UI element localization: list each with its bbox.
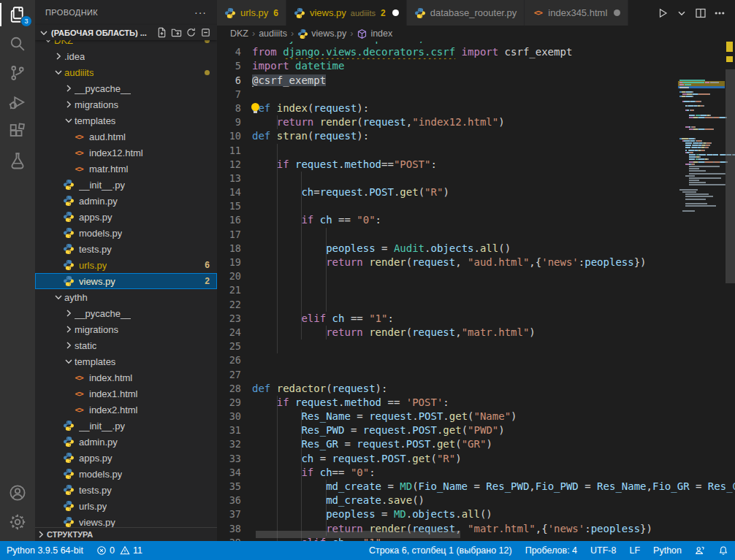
tree-item-index12.html[interactable]: <>index12.html	[35, 145, 217, 161]
tree-item-views.py[interactable]: views.py2	[35, 273, 217, 289]
tree-item-index.html[interactable]: <>index.html	[35, 369, 217, 386]
tree-item-views.py[interactable]: views.py	[35, 514, 217, 527]
code-line-6[interactable]: 6@csrf_exempt	[217, 74, 735, 88]
lightbulb-icon[interactable]	[251, 103, 260, 112]
tree-item-migrations[interactable]: migrations	[35, 96, 217, 112]
tree-item-index2.html[interactable]: <>index2.html	[35, 402, 217, 418]
code-line-14[interactable]: 14 ch=request.POST.get("R")	[217, 185, 735, 199]
refresh-icon[interactable]	[183, 26, 198, 39]
code-line-29[interactable]: 29 if request.method == 'POST':	[217, 396, 735, 410]
code-line-28[interactable]: 28def redactor(request):	[217, 382, 735, 396]
code-line-32[interactable]: 32 Res_GR = request.POST.get("GR")	[217, 437, 735, 451]
code-line-9[interactable]: 9 return render(request,"index12.html")	[217, 115, 735, 129]
activity-source-control-icon[interactable]	[0, 58, 35, 88]
code-line-36[interactable]: 36 md_create.save()	[217, 494, 735, 507]
workspace-section-header[interactable]: (РАБОЧАЯ ОБЛАСТЬ) ...	[35, 25, 217, 40]
tree-item-tests.py[interactable]: tests.py	[35, 482, 217, 498]
horizontal-scrollbar[interactable]	[256, 531, 460, 538]
run-icon[interactable]	[653, 4, 672, 23]
tree-item-__pycache__[interactable]: __pycache__	[35, 305, 217, 321]
tree-item-static[interactable]: static	[35, 337, 217, 353]
new-folder-icon[interactable]	[169, 26, 183, 39]
feedback-icon[interactable]	[688, 541, 712, 560]
code-line-27[interactable]: 27	[217, 368, 735, 382]
tree-item-aythh[interactable]: aythh	[35, 289, 217, 305]
activity-testing-icon[interactable]	[0, 146, 35, 175]
code-editor[interactable]: 3from aythh.models import MD,Audit4from …	[217, 42, 735, 541]
vertical-scrollbar[interactable]	[726, 69, 735, 283]
tree-item-index1.html[interactable]: <>index1.html	[35, 386, 217, 402]
cursor-position[interactable]: Строка 6, столбец 1 (выбрано 12)	[362, 541, 519, 560]
code-line-31[interactable]: 31 Res_PWD = request.POST.get("PWD")	[217, 423, 735, 437]
split-editor-icon[interactable]	[691, 4, 710, 23]
tab-urls.py[interactable]: urls.py6	[217, 0, 286, 26]
sidebar-more-icon[interactable]: ···	[194, 7, 207, 18]
tree-item-__init__.py[interactable]: __init__.py	[35, 418, 217, 434]
code-line-26[interactable]: 26	[217, 353, 735, 367]
dirty-dot-icon[interactable]	[392, 9, 399, 16]
tree-item-templates[interactable]: templates	[35, 353, 217, 369]
code-line-25[interactable]: 25	[217, 340, 735, 353]
tree-item-DKZ[interactable]: DKZ	[35, 40, 217, 48]
eol-setting[interactable]: LF	[622, 541, 647, 560]
activity-account-icon[interactable]	[0, 478, 35, 507]
tree-item-__pycache__[interactable]: __pycache__	[35, 80, 217, 96]
problems-indicator[interactable]: 011	[90, 541, 149, 560]
code-line-20[interactable]: 20	[217, 269, 735, 283]
code-line-23[interactable]: 23 elif ch == "1":	[217, 312, 735, 326]
tree-item-templates[interactable]: templates	[35, 112, 217, 129]
tab-index345.html[interactable]: <>index345.html	[525, 0, 628, 26]
breadcrumb-DKZ[interactable]: DKZ	[230, 28, 248, 39]
breadcrumb-views.py[interactable]: views.py	[297, 28, 346, 39]
tree-item-urls.py[interactable]: urls.py	[35, 498, 217, 514]
tree-item-apps.py[interactable]: apps.py	[35, 450, 217, 466]
activity-settings-gear-icon[interactable]	[0, 507, 35, 537]
bell-icon[interactable]	[712, 541, 735, 560]
indentation-setting[interactable]: Пробелов: 4	[519, 541, 584, 560]
code-line-8[interactable]: 8def index(request):	[217, 101, 735, 115]
tree-item-models.py[interactable]: models.py	[35, 466, 217, 482]
code-line-13[interactable]: 13	[217, 172, 735, 185]
tree-item-admin.py[interactable]: admin.py	[35, 434, 217, 450]
code-line-34[interactable]: 34 if ch== "0":	[217, 466, 735, 480]
code-line-5[interactable]: 5import datetime	[217, 59, 735, 73]
code-line-37[interactable]: 37 peopless = MD.objects.all()	[217, 507, 735, 521]
minimap[interactable]	[679, 80, 725, 342]
tree-item-urls.py[interactable]: urls.py6	[35, 257, 217, 273]
code-line-21[interactable]: 21	[217, 283, 735, 297]
tab-views.py[interactable]: views.pyaudiiits2	[286, 0, 407, 26]
code-line-24[interactable]: 24 return render(request,"matr.html")	[217, 326, 735, 340]
dirty-dot-icon[interactable]	[614, 9, 620, 16]
encoding-setting[interactable]: UTF-8	[584, 541, 622, 560]
tree-item-tests.py[interactable]: tests.py	[35, 241, 217, 257]
language-mode[interactable]: Python	[647, 541, 688, 560]
code-line-7[interactable]: 7	[217, 88, 735, 101]
code-line-17[interactable]: 17	[217, 228, 735, 242]
code-line-33[interactable]: 33 ch = request.POST.get("R")	[217, 452, 735, 466]
breadcrumb-audiiits[interactable]: audiiits	[259, 28, 287, 39]
outline-section-header[interactable]: СТРУКТУРА	[35, 527, 217, 541]
code-line-35[interactable]: 35 md_create = MD(Fio_Name = Res_PWD,Fio…	[217, 480, 735, 494]
activity-extensions-icon[interactable]	[0, 117, 35, 146]
tree-item-admin.py[interactable]: admin.py	[35, 193, 217, 209]
tree-item-.idea[interactable]: .idea	[35, 48, 217, 64]
code-line-15[interactable]: 15	[217, 199, 735, 213]
activity-search-icon[interactable]	[0, 29, 35, 58]
new-file-icon[interactable]	[154, 26, 169, 39]
python-interpreter[interactable]: Python 3.9.5 64-bit	[0, 541, 90, 560]
tree-item-migrations[interactable]: migrations	[35, 321, 217, 337]
tree-item-__init__.py[interactable]: __init__.py	[35, 177, 217, 193]
tree-item-audiiits[interactable]: audiiits	[35, 64, 217, 80]
chevron-down-icon[interactable]	[672, 4, 691, 23]
code-line-22[interactable]: 22	[217, 298, 735, 312]
code-line-12[interactable]: 12 if request.method=="POST":	[217, 158, 735, 172]
more-actions-icon[interactable]	[710, 4, 729, 23]
code-line-19[interactable]: 19 return render(request, "aud.html",{'n…	[217, 256, 735, 269]
tree-item-aud.html[interactable]: <>aud.html	[35, 129, 217, 145]
activity-files-icon[interactable]: 3	[0, 0, 35, 29]
code-line-10[interactable]: 10def stran(request):	[217, 129, 735, 143]
collapse-all-icon[interactable]	[198, 26, 213, 39]
tree-item-models.py[interactable]: models.py	[35, 225, 217, 241]
tab-database_roouter.py[interactable]: database_roouter.py	[407, 0, 525, 26]
code-line-4[interactable]: 4from django.views.decorators.csrf impor…	[217, 45, 735, 59]
